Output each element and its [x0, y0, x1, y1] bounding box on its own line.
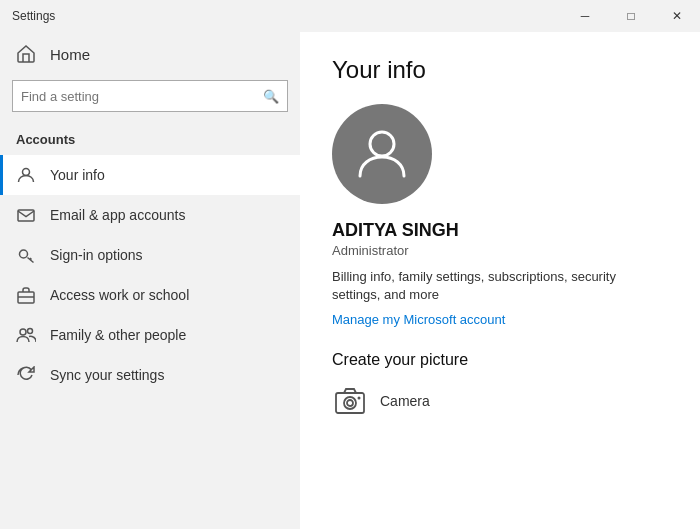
- svg-rect-1: [18, 210, 34, 221]
- sidebar-item-label: Family & other people: [50, 327, 186, 343]
- avatar: [332, 104, 432, 204]
- camera-label: Camera: [380, 393, 430, 409]
- manage-account-link[interactable]: Manage my Microsoft account: [332, 312, 668, 327]
- sidebar-item-work-school[interactable]: Access work or school: [0, 275, 300, 315]
- sidebar: Home 🔍 Accounts Your info: [0, 32, 300, 529]
- svg-point-9: [344, 397, 356, 409]
- people-icon: [16, 325, 36, 345]
- search-box[interactable]: 🔍: [12, 80, 288, 112]
- create-picture-title: Create your picture: [332, 351, 668, 369]
- sync-icon: [16, 365, 36, 385]
- user-name: ADITYA SINGH: [332, 220, 668, 241]
- camera-item[interactable]: Camera: [332, 383, 668, 419]
- main-content: Your info ADITYA SINGH Administrator Bil…: [300, 32, 700, 529]
- person-icon: [16, 165, 36, 185]
- sidebar-item-label: Email & app accounts: [50, 207, 185, 223]
- svg-point-0: [23, 169, 30, 176]
- sidebar-item-your-info[interactable]: Your info: [0, 155, 300, 195]
- svg-point-11: [358, 397, 361, 400]
- sidebar-item-label: Sign-in options: [50, 247, 143, 263]
- sidebar-item-label: Access work or school: [50, 287, 189, 303]
- user-role: Administrator: [332, 243, 668, 258]
- sidebar-item-family[interactable]: Family & other people: [0, 315, 300, 355]
- window-controls: ─ □ ✕: [562, 0, 700, 32]
- camera-icon: [332, 383, 368, 419]
- app-title: Settings: [12, 9, 55, 23]
- home-icon: [16, 44, 36, 64]
- billing-info: Billing info, family settings, subscript…: [332, 268, 632, 304]
- briefcase-icon: [16, 285, 36, 305]
- sidebar-item-label: Sync your settings: [50, 367, 164, 383]
- sidebar-item-home[interactable]: Home: [0, 32, 300, 76]
- maximize-button[interactable]: □: [608, 0, 654, 32]
- sidebar-item-sync[interactable]: Sync your settings: [0, 355, 300, 395]
- sidebar-item-signin[interactable]: Sign-in options: [0, 235, 300, 275]
- svg-point-7: [370, 132, 394, 156]
- close-button[interactable]: ✕: [654, 0, 700, 32]
- minimize-button[interactable]: ─: [562, 0, 608, 32]
- page-title: Your info: [332, 56, 668, 84]
- app-window: Home 🔍 Accounts Your info: [0, 32, 700, 529]
- home-label: Home: [50, 46, 90, 63]
- svg-point-10: [347, 400, 353, 406]
- svg-point-5: [20, 329, 26, 335]
- svg-rect-8: [336, 393, 364, 413]
- titlebar: Settings ─ □ ✕: [0, 0, 700, 32]
- search-icon: 🔍: [263, 89, 279, 104]
- sidebar-section-label: Accounts: [0, 124, 300, 155]
- sidebar-item-email[interactable]: Email & app accounts: [0, 195, 300, 235]
- sidebar-item-label: Your info: [50, 167, 105, 183]
- key-icon: [16, 245, 36, 265]
- search-input[interactable]: [21, 89, 257, 104]
- avatar-icon: [352, 122, 412, 186]
- svg-point-6: [28, 329, 33, 334]
- email-icon: [16, 205, 36, 225]
- svg-point-2: [20, 250, 28, 258]
